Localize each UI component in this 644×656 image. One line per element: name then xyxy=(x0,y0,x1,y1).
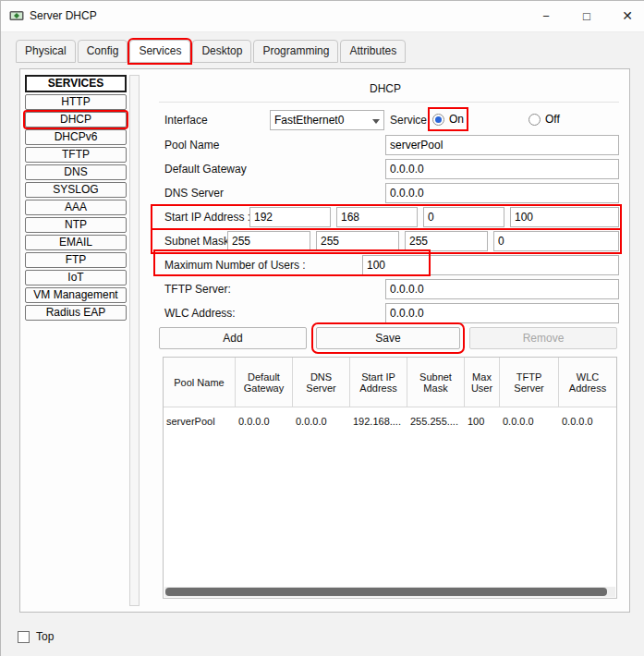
sidebar-item-email[interactable]: EMAIL xyxy=(25,235,127,250)
table-cell: 0.0.0.0 xyxy=(500,407,559,433)
dns-server-label: DNS Server xyxy=(164,187,224,200)
tab-desktop[interactable]: Desktop xyxy=(192,40,251,63)
default-gateway-input[interactable] xyxy=(385,159,619,179)
server-dhcp-window: Server DHCP − □ ✕ Physical Config Servic… xyxy=(0,0,644,656)
maximize-button[interactable]: □ xyxy=(573,1,601,31)
sidebar-item-dns[interactable]: DNS xyxy=(25,164,127,180)
save-button[interactable]: Save xyxy=(316,327,460,349)
sidebar-item-vm-management[interactable]: VM Management xyxy=(25,287,127,303)
service-off-label: Off xyxy=(545,113,560,126)
tab-attributes[interactable]: Attributes xyxy=(340,40,406,63)
section-divider xyxy=(159,102,619,103)
sidebar-item-ftp[interactable]: FTP xyxy=(25,252,127,268)
sidebar-item-radius-eap[interactable]: Radius EAP xyxy=(25,305,127,321)
tab-services[interactable]: Services xyxy=(129,40,190,63)
table-cell: 0.0.0.0 xyxy=(236,407,293,433)
dns-server-input[interactable] xyxy=(385,183,619,203)
sidebar-item-http[interactable]: HTTP xyxy=(25,94,127,110)
service-on-radio[interactable]: On xyxy=(432,112,464,127)
pool-name-input[interactable] xyxy=(385,135,619,155)
pool-name-row: Pool Name xyxy=(153,135,619,155)
table-header-row: Pool Name Default Gateway DNS Server Sta… xyxy=(164,358,616,407)
default-gateway-label: Default Gateway xyxy=(164,163,247,176)
table-cell: 192.168.... xyxy=(350,407,407,433)
top-checkbox[interactable] xyxy=(18,631,30,643)
interface-label: Interface xyxy=(164,114,208,127)
service-label: Service xyxy=(390,114,427,127)
tab-programming[interactable]: Programming xyxy=(253,40,338,63)
dhcp-section-title: DHCP xyxy=(152,82,619,95)
default-gateway-row: Default Gateway xyxy=(153,159,619,179)
table-header-cell: Max User xyxy=(465,358,500,407)
table-cell: 255.255.... xyxy=(407,407,465,433)
subnet-mask-row: Subnet Mask: xyxy=(153,231,619,251)
table-cell: serverPool xyxy=(164,407,236,433)
radio-on-icon xyxy=(432,114,444,126)
interface-select[interactable]: FastEthernet0 xyxy=(270,110,384,130)
services-sidebar: SERVICES HTTP DHCP DHCPv6 TFTP DNS SYSLO… xyxy=(25,75,127,322)
sidebar-item-dhcp[interactable]: DHCP xyxy=(25,112,127,128)
max-users-row: Maximum Number of Users : xyxy=(153,255,619,275)
minimize-button[interactable]: − xyxy=(532,1,560,31)
table-horizontal-scrollbar[interactable] xyxy=(164,587,615,597)
table-horizontal-scrollbar-thumb[interactable] xyxy=(165,588,607,596)
table-header-cell: Start IP Address xyxy=(350,358,407,407)
table-header-cell: Default Gateway xyxy=(236,358,293,407)
wlc-address-row: WLC Address: xyxy=(153,303,619,323)
max-users-label: Maximum Number of Users : xyxy=(164,259,306,272)
radio-off-icon xyxy=(529,114,541,126)
sidebar-item-iot[interactable]: IoT xyxy=(25,270,127,285)
services-panel: SERVICES HTTP DHCP DHCPv6 TFTP DNS SYSLO… xyxy=(19,68,630,613)
table-cell: 0.0.0.0 xyxy=(293,407,350,433)
service-on-label: On xyxy=(449,113,464,126)
table-header-cell: Subnet Mask xyxy=(407,358,465,407)
pool-name-label: Pool Name xyxy=(164,139,219,152)
table-row[interactable]: serverPool 0.0.0.0 0.0.0.0 192.168.... 2… xyxy=(164,407,616,433)
table-header-cell: WLC Address xyxy=(559,358,616,407)
dhcp-config-content: DHCP Interface FastEthernet0 Service On … xyxy=(152,69,627,613)
chevron-down-icon xyxy=(372,119,380,124)
sidebar-item-dhcpv6[interactable]: DHCPv6 xyxy=(25,129,127,145)
close-button[interactable]: ✕ xyxy=(614,1,641,31)
sidebar-item-ntp[interactable]: NTP xyxy=(25,217,127,233)
table-header-cell: Pool Name xyxy=(164,358,236,407)
max-users-input[interactable] xyxy=(362,255,619,275)
sidebar-scrollbar[interactable] xyxy=(129,75,140,606)
tab-physical[interactable]: Physical xyxy=(16,40,76,63)
tftp-server-input[interactable] xyxy=(385,279,619,299)
table-cell: 0.0.0.0 xyxy=(559,407,616,433)
subnet-mask-octet-2[interactable] xyxy=(316,231,399,251)
start-ip-octet-1[interactable] xyxy=(249,207,331,227)
top-checkbox-label: Top xyxy=(36,630,54,643)
sidebar-item-syslog[interactable]: SYSLOG xyxy=(25,182,127,198)
wlc-address-input[interactable] xyxy=(385,303,619,323)
subnet-mask-octet-4[interactable] xyxy=(493,231,619,251)
app-icon xyxy=(9,8,24,23)
tab-bar: Physical Config Services Desktop Program… xyxy=(16,40,407,64)
interface-row: Interface FastEthernet0 Service On Off xyxy=(153,110,619,130)
start-ip-octet-2[interactable] xyxy=(336,207,418,227)
dhcp-pool-table: Pool Name Default Gateway DNS Server Sta… xyxy=(163,357,617,599)
service-off-radio[interactable]: Off xyxy=(529,112,560,127)
start-ip-row: Start IP Address : xyxy=(153,207,619,227)
remove-button[interactable]: Remove xyxy=(469,327,617,349)
tab-config[interactable]: Config xyxy=(78,40,128,63)
subnet-mask-octet-3[interactable] xyxy=(405,231,488,251)
sidebar-item-tftp[interactable]: TFTP xyxy=(25,147,127,163)
sidebar-item-aaa[interactable]: AAA xyxy=(25,200,127,215)
table-cell: 100 xyxy=(465,407,500,433)
dns-server-row: DNS Server xyxy=(153,183,619,203)
titlebar: Server DHCP − □ ✕ xyxy=(1,1,644,32)
start-ip-label: Start IP Address : xyxy=(164,211,250,224)
buttons-row: Add Save Remove xyxy=(153,327,619,349)
start-ip-octet-4[interactable] xyxy=(510,207,619,227)
add-button[interactable]: Add xyxy=(159,327,307,349)
interface-select-value: FastEthernet0 xyxy=(274,114,344,127)
subnet-mask-octet-1[interactable] xyxy=(227,231,310,251)
subnet-mask-label: Subnet Mask: xyxy=(164,235,232,248)
table-header-cell: TFTP Server xyxy=(500,358,559,407)
tftp-server-row: TFTP Server: xyxy=(153,279,619,299)
window-title: Server DHCP xyxy=(30,9,97,22)
start-ip-octet-3[interactable] xyxy=(423,207,504,227)
wlc-address-label: WLC Address: xyxy=(164,307,236,320)
